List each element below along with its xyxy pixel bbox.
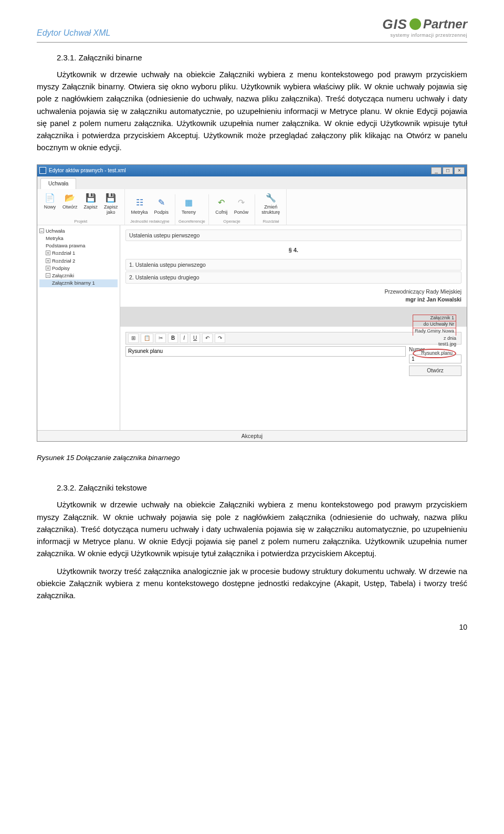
ribbon-group-label: Jednostki redakcyjne — [128, 217, 172, 224]
attachment-meta: Załącznik 1 do Uchwały Nr Rady Gminy Now… — [413, 315, 456, 358]
tb-italic[interactable]: I — [180, 333, 188, 343]
save-as-icon: 💾 — [104, 192, 117, 204]
logo-gis-text: GIS — [382, 15, 407, 34]
tree-pane: −Uchwała Metryka Podstawa prawna +Rozdzi… — [37, 225, 120, 430]
tree-node-rozdzial-1[interactable]: +Rozdział 1 — [39, 249, 118, 257]
minimize-button[interactable]: _ — [431, 167, 442, 174]
ribbon-group-jednostki: ☷Metryka ✎Podpis Jednostki redakcyjne — [125, 194, 176, 225]
doc-row[interactable]: Ustalenia ustepu pierwszego — [125, 230, 461, 242]
tree-node-uchwala[interactable]: −Uchwała — [39, 227, 118, 235]
attachment-meta-file: test1.jpg — [413, 341, 456, 348]
doc-pane: Ustalenia ustepu pierwszego § 4. 1. Usta… — [120, 225, 467, 430]
tree-node-zalaczniki[interactable]: −Załączniki — [39, 272, 118, 279]
redo-icon: ↷ — [235, 197, 248, 209]
section-2-p2: Użytkownik tworzy treść załącznika analo… — [37, 565, 467, 602]
save-icon: 💾 — [85, 192, 97, 204]
attachment-meta-line: do Uchwały Nr — [413, 321, 456, 328]
ribbon-group-projekt: 📄Nowy 📂Otwórz 💾Zapisz 💾Zapisz jako Proje… — [37, 189, 125, 225]
metric-button[interactable]: ☷Metryka — [128, 196, 151, 216]
accept-button[interactable]: Akceptuj — [37, 430, 467, 442]
app-title: Edytor aktów prawnych - test.xml — [49, 167, 126, 174]
areas-button[interactable]: ▦Tereny — [178, 196, 199, 216]
page-header: Edytor Uchwał XML GIS Partner systemy in… — [37, 15, 467, 43]
tb-btn[interactable]: ⊞ — [128, 333, 139, 343]
new-button[interactable]: 📄Nowy — [40, 191, 59, 216]
tab-uchwala[interactable]: Uchwała — [40, 178, 76, 189]
metric-icon: ☷ — [133, 197, 146, 209]
partner-logo: GIS Partner systemy informacji przestrze… — [382, 15, 467, 39]
section-2-heading: 2.3.2. Załączniki tekstowe — [57, 482, 467, 493]
ribbon-group-rozdzial: 🔧Zmień strukturę Rozdział — [255, 189, 287, 225]
change-structure-button[interactable]: 🔧Zmień strukturę — [258, 191, 283, 216]
tree-node-podstawa[interactable]: Podstawa prawna — [39, 242, 118, 249]
app-tabs: Uchwała — [37, 176, 467, 189]
ribbon-group-georef: ▦Tereny Georeferencje — [175, 194, 209, 225]
file-icon: 📄 — [44, 192, 56, 204]
tb-underline[interactable]: U — [190, 333, 200, 343]
undo-icon: ↶ — [215, 197, 228, 209]
areas-icon: ▦ — [183, 197, 195, 209]
tb-redo[interactable]: ↷ — [215, 333, 225, 343]
maximize-button[interactable]: □ — [443, 167, 453, 174]
tb-btn[interactable]: 📋 — [141, 333, 153, 343]
section-2-p1: Użytkownik w drzewie uchwały na obiekcie… — [37, 498, 467, 559]
ribbon-group-operacje: ↶Cofnij ↷Ponów Operacje — [209, 194, 256, 225]
undo-button[interactable]: ↶Cofnij — [212, 196, 231, 216]
tb-btn[interactable]: ✂ — [155, 333, 166, 343]
attachment-title-input[interactable] — [125, 346, 406, 357]
tb-undo[interactable]: ↶ — [202, 333, 213, 343]
section-1-heading: 2.3.1. Załączniki binarne — [57, 52, 467, 63]
ribbon-group-label: Rozdział — [258, 217, 283, 224]
doc-title: Edytor Uchwał XML — [37, 27, 111, 39]
ribbon-group-label: Projekt — [40, 217, 121, 224]
tree-node-binarny-1[interactable]: Załącznik binarny 1 — [39, 279, 118, 287]
signature-block: Przewodniczący Rady Miejskiej mgr inż Ja… — [125, 288, 461, 303]
tree-node-rozdzial-2[interactable]: +Rozdział 2 — [39, 257, 118, 265]
wrench-icon: 🔧 — [265, 192, 277, 204]
open-button[interactable]: 📂Otwórz — [59, 191, 81, 216]
ribbon-group-label: Georeferencje — [178, 217, 205, 224]
doc-row[interactable]: 2. Ustalenia ustępu drugiego — [125, 272, 461, 284]
signature-role: Przewodniczący Rady Miejskiej — [125, 288, 461, 296]
attachment-meta-highlight: Rysunek planu — [413, 349, 456, 358]
save-button[interactable]: 💾Zapisz — [81, 191, 101, 216]
save-as-button[interactable]: 💾Zapisz jako — [101, 191, 121, 216]
editor-toolbar: ⊞ 📋 ✂ B I U ↶ ↷ — [125, 332, 461, 345]
signature-icon: ✎ — [155, 197, 167, 209]
app-titlebar: Edytor aktów prawnych - test.xml _ □ × — [37, 165, 467, 176]
attachment-meta-line: Rady Gminy Nowa — [413, 328, 456, 336]
paragraph-label: § 4. — [125, 246, 461, 254]
open-attachment-button[interactable]: Otwórz — [409, 366, 461, 376]
close-button[interactable]: × — [454, 167, 465, 174]
page-number: 10 — [37, 622, 467, 633]
tree-node-metryka[interactable]: Metryka — [39, 235, 118, 242]
sign-button[interactable]: ✎Podpis — [151, 196, 172, 216]
signature-name: mgr inż Jan Kowalski — [125, 296, 461, 304]
section-1-body: Użytkownik w drzewie uchwały na obiekcie… — [37, 68, 467, 154]
folder-icon: 📂 — [64, 192, 76, 204]
tree-node-podpisy[interactable]: +Podpisy — [39, 265, 118, 272]
ribbon-group-label: Operacje — [212, 217, 252, 224]
logo-dot-icon — [410, 18, 421, 30]
figure-caption: Rysunek 15 Dołączanie załącznika binarne… — [37, 453, 467, 463]
ribbon: 📄Nowy 📂Otwórz 💾Zapisz 💾Zapisz jako Proje… — [37, 189, 467, 225]
attachment-meta-line: Załącznik 1 — [413, 315, 456, 321]
tb-bold[interactable]: B — [168, 333, 178, 343]
doc-row[interactable]: 1. Ustalenia ustępu pierwszego — [125, 259, 461, 271]
app-window: Edytor aktów prawnych - test.xml _ □ × U… — [37, 164, 467, 442]
app-icon — [39, 167, 46, 174]
attachment-meta-line: z dnia — [413, 336, 456, 342]
redo-button[interactable]: ↷Ponów — [231, 196, 252, 216]
logo-subtitle: systemy informacji przestrzennej — [382, 32, 467, 39]
logo-partner-text: Partner — [423, 15, 467, 33]
